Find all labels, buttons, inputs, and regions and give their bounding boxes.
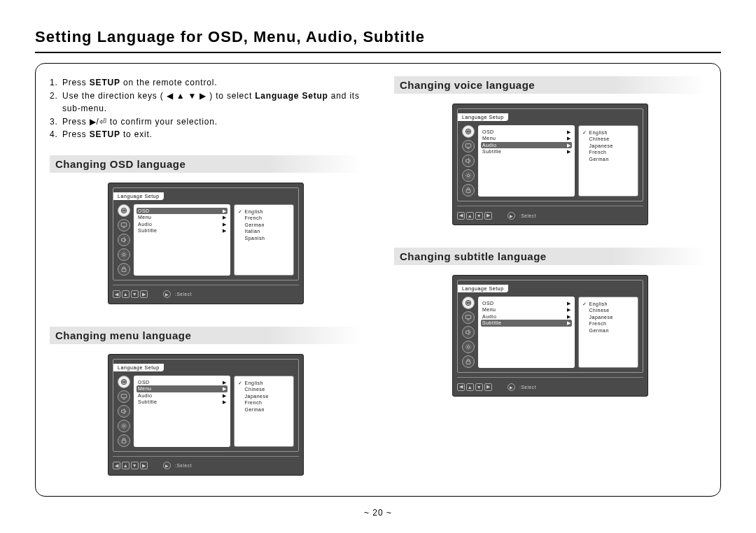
osd-screenshot: Language SetupOSD▶Menu▶Audio▶Subtitle▶✓E… [452, 104, 648, 225]
chevron-right-icon: ▶ [567, 300, 571, 306]
lock-icon [462, 355, 475, 368]
chevron-right-icon: ▶ [223, 399, 227, 405]
check-icon: ✓ [238, 208, 243, 215]
osd-menu-row: OSD▶ [482, 129, 570, 135]
osd-menu-row: Audio▶ [138, 221, 226, 227]
osd-footer: ◀▲▼▶▶:Select [457, 211, 643, 220]
chevron-right-icon: ▶ [223, 227, 227, 234]
instruction-text: Press SETUP on the remote control. [62, 76, 217, 90]
arrow-right-icon: ▶ [140, 290, 148, 298]
osd-option: ✓Japanese [582, 314, 634, 320]
osd-category-icons [118, 204, 130, 276]
direction-keys-icon: ◀▲▼▶ [457, 212, 492, 220]
osd-menu-row: Menu▶ [482, 135, 570, 141]
chevron-right-icon: ▶ [567, 320, 571, 326]
heading-menu: Changing menu language [50, 327, 362, 344]
osd-footer-label: :Select [519, 385, 536, 390]
arrow-down-icon: ▼ [131, 290, 139, 298]
osd-menu-row: Menu▶ [136, 385, 227, 392]
arrow-up-icon: ▲ [122, 462, 130, 469]
arrow-left-icon: ◀ [113, 290, 120, 298]
osd-option: ✓Chinese [238, 386, 290, 392]
chevron-right-icon: ▶ [223, 379, 227, 385]
osd-option: ✓French [582, 149, 634, 155]
osd-footer-label: :Select [519, 213, 536, 218]
svg-rect-3 [122, 269, 126, 271]
globe-icon [118, 204, 130, 217]
osd-option: ✓English [582, 301, 634, 307]
lock-icon [118, 434, 130, 447]
osd-option-label: Chinese [589, 307, 610, 313]
instruction-number: 4. [50, 128, 59, 141]
osd-option-label: English [245, 208, 263, 215]
osd-menu-row: OSD▶ [136, 208, 227, 214]
play-icon: ▶ [507, 383, 515, 391]
heading-voice: Changing voice language [394, 76, 706, 94]
arrow-up-icon: ▲ [466, 383, 474, 391]
osd-menu-label: Menu [138, 214, 152, 220]
osd-menu-row: Menu▶ [138, 214, 226, 220]
osd-option: ✓German [238, 222, 290, 228]
check-icon: ✓ [582, 129, 587, 136]
svg-rect-11 [466, 190, 470, 192]
instruction-number: 1. [50, 76, 59, 90]
arrow-left-icon: ◀ [457, 212, 465, 220]
check-icon: ✓ [238, 380, 243, 386]
gear-icon [118, 420, 130, 432]
heading-osd: Changing OSD language [50, 155, 362, 173]
heading-subtitle: Changing subtitle language [394, 248, 706, 265]
instruction-number: 2. [50, 90, 59, 115]
osd-menu-row: Audio▶ [482, 313, 570, 320]
osd-menu-label: Audio [138, 221, 152, 227]
content-frame: 1. Press SETUP on the remote control. 2.… [35, 63, 721, 497]
osd-window: Language SetupOSD▶Menu▶Audio▶Subtitle▶✓E… [457, 280, 643, 373]
page-number: ~ 20 ~ [0, 508, 756, 518]
osd-menu-row: Audio▶ [481, 142, 572, 148]
subtitle-screenshot-wrap: Language SetupOSD▶Menu▶Audio▶Subtitle▶✓E… [394, 275, 706, 397]
svg-point-2 [122, 253, 125, 255]
svg-rect-13 [465, 315, 471, 319]
osd-option-label: French [245, 215, 262, 221]
osd-menu-row: OSD▶ [482, 300, 570, 306]
title-rule [35, 52, 721, 53]
monitor-icon [118, 390, 130, 403]
osd-option-label: Chinese [245, 386, 265, 392]
osd-option: ✓Italian [238, 228, 290, 234]
instruction-item: 3. Press ▶/⏎ to confirm your selection. [50, 115, 362, 129]
instruction-item: 4. Press SETUP to exit. [50, 128, 362, 141]
osd-tab-label: Language Setup [113, 364, 164, 371]
osd-option-label: German [589, 156, 609, 162]
chevron-right-icon: ▶ [567, 142, 571, 148]
svg-rect-1 [121, 223, 127, 227]
osd-option: ✓French [238, 215, 290, 221]
osd-menu-row: OSD▶ [138, 379, 226, 385]
play-icon: ▶ [163, 462, 171, 469]
chevron-right-icon: ▶ [567, 129, 571, 135]
osd-menu-label: Audio [482, 313, 496, 320]
osd-screenshot: Language SetupOSD▶Menu▶Audio▶Subtitle▶✓E… [108, 183, 304, 304]
globe-icon [462, 125, 475, 138]
direction-keys-icon: ◀▲▼▶ [113, 290, 148, 298]
svg-rect-5 [121, 395, 127, 398]
direction-keys-icon: ◀▲▼▶ [457, 383, 492, 391]
osd-menu-row: Subtitle▶ [138, 399, 226, 405]
speaker-icon [462, 326, 475, 339]
osd-menu-row: Menu▶ [482, 306, 570, 313]
globe-icon [462, 297, 475, 309]
svg-point-6 [122, 425, 125, 427]
osd-footer-label: :Select [175, 463, 192, 468]
instructions-list: 1. Press SETUP on the remote control. 2.… [50, 76, 362, 141]
osd-option: ✓English [238, 208, 290, 215]
osd-footer: ◀▲▼▶▶:Select [113, 290, 299, 299]
osd-option-label: German [589, 327, 609, 334]
osd-option-label: Italian [245, 228, 260, 234]
osd-menu-label: Subtitle [138, 399, 157, 405]
osd-options-panel: ✓English✓French✓German✓Italian✓Spanish [234, 204, 294, 276]
osd-screenshot: Language SetupOSD▶Menu▶Audio▶Subtitle▶✓E… [108, 354, 304, 476]
arrow-right-icon: ▶ [484, 383, 492, 391]
instruction-item: 2. Use the direction keys ( ◀ ▲ ▼ ▶ ) to… [50, 90, 362, 115]
osd-option: ✓Spanish [238, 235, 290, 241]
osd-menu-label: Subtitle [138, 227, 157, 234]
osd-options-panel: ✓English✓Chinese✓Japanese✓French✓German [234, 376, 294, 447]
osd-option: ✓German [238, 406, 290, 413]
